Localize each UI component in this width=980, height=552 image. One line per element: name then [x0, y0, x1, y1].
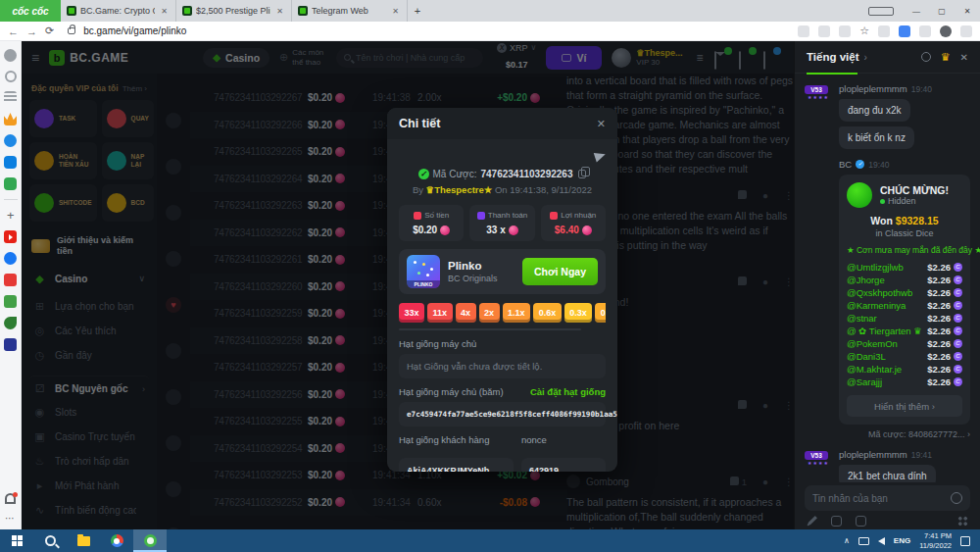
rain-winner-name[interactable]: @PokemOn: [847, 338, 927, 349]
modal-close-icon[interactable]: ✕: [597, 118, 606, 130]
tray-expand-icon[interactable]: ∧: [844, 536, 850, 545]
chat-input[interactable]: [812, 493, 951, 504]
emoji-icon[interactable]: [951, 492, 962, 504]
stat-icon: [550, 212, 558, 220]
chat-time: 19:40: [911, 84, 932, 94]
taskbar-clock[interactable]: 7:41 PM 11/9/2022: [919, 531, 952, 550]
crown-icon[interactable]: [4, 113, 17, 125]
chat-input-wrap[interactable]: [805, 485, 970, 511]
notification-bell-icon[interactable]: [5, 493, 16, 504]
reading-list-icon[interactable]: [4, 91, 17, 104]
navy-app-icon[interactable]: [4, 338, 17, 351]
messenger-icon[interactable]: [4, 134, 17, 147]
adblock-shield-icon[interactable]: [878, 25, 890, 37]
facebook-icon[interactable]: [4, 252, 17, 265]
leaf-app-icon[interactable]: [4, 317, 17, 329]
rain-winner-name[interactable]: @stnar: [847, 313, 927, 324]
copy-icon[interactable]: [578, 170, 586, 178]
nonce-value[interactable]: 642919: [521, 458, 606, 472]
youtube-icon[interactable]: [4, 230, 17, 243]
settings-icon[interactable]: [4, 49, 17, 62]
browser-tab[interactable]: BC.Game: Crypto Casino Gan ✕: [61, 0, 176, 22]
bookmark-star-icon[interactable]: ☆: [859, 25, 869, 36]
rain-winner-row: @Karmeninya $2.26 C: [847, 299, 962, 312]
downloads-icon[interactable]: [960, 25, 972, 37]
close-button[interactable]: ✕: [955, 7, 980, 16]
input-language[interactable]: ENG: [894, 536, 910, 545]
multiplier-chip: 4x: [456, 303, 476, 323]
chat-room-title[interactable]: Tiếng việt: [807, 51, 858, 63]
address-bar[interactable]: bc.game/vi/game/plinko: [83, 25, 186, 36]
rain-winner-name[interactable]: @Jhorge: [847, 275, 927, 285]
chat-username[interactable]: plopleplemmmm: [839, 449, 907, 460]
play-now-button[interactable]: Chơi Ngay: [522, 258, 598, 285]
taskbar-search-icon[interactable]: [33, 529, 67, 552]
tab-close-icon[interactable]: ✕: [390, 7, 401, 16]
save-page-icon[interactable]: [798, 25, 809, 37]
share-icon[interactable]: [839, 25, 851, 37]
pencil-icon[interactable]: [807, 516, 817, 527]
zalo-icon[interactable]: [4, 156, 17, 169]
bet-id-link[interactable]: Mã cược: 8408627772... ›: [839, 429, 970, 439]
back-button[interactable]: ←: [8, 25, 19, 37]
bet-timestamp: On 19:41:38, 9/11/2022: [495, 184, 592, 195]
multiplier-scroll-track[interactable]: [399, 328, 581, 330]
games-icon[interactable]: [4, 177, 17, 190]
minimize-button[interactable]: —: [904, 7, 929, 16]
profile-icon[interactable]: [940, 25, 952, 37]
rain-winner-name[interactable]: @Karmeninya: [847, 300, 927, 311]
forward-button[interactable]: →: [26, 25, 37, 37]
start-button[interactable]: [0, 529, 33, 552]
extension-icon[interactable]: [919, 25, 931, 37]
green-app-icon[interactable]: [4, 295, 17, 308]
maximize-button[interactable]: ▢: [929, 7, 955, 16]
plinko-thumbnail[interactable]: PLINKO: [407, 255, 440, 288]
browser-tab[interactable]: Telegram Web ✕: [292, 0, 408, 22]
add-shortcut-icon[interactable]: +: [4, 209, 17, 222]
coccoc-taskbar-icon[interactable]: [133, 529, 167, 552]
translate-icon[interactable]: [818, 25, 830, 37]
tab-close-icon[interactable]: ✕: [159, 7, 170, 16]
lock-icon[interactable]: [68, 27, 75, 34]
player-name[interactable]: ♛Thespectre★: [426, 184, 493, 195]
rain-winner-name[interactable]: @Dani3L: [847, 351, 927, 362]
stat-icon: [414, 212, 421, 220]
tab-close-icon[interactable]: ✕: [274, 7, 285, 16]
action-center-icon[interactable]: [960, 536, 970, 546]
apps-grid-icon[interactable]: [957, 516, 968, 527]
bcd-coin-icon: C: [954, 339, 962, 348]
volume-icon[interactable]: [878, 537, 885, 545]
downloader-extension-icon[interactable]: [899, 25, 910, 37]
chat-username[interactable]: plopleplemmmm: [839, 83, 907, 94]
chat-rules-icon[interactable]: [921, 52, 931, 62]
reload-button[interactable]: ⟳: [45, 25, 54, 37]
cast-icon[interactable]: [868, 7, 894, 16]
clock-date: 11/9/2022: [919, 541, 952, 550]
new-tab-button[interactable]: +: [408, 0, 427, 22]
seed-settings-link[interactable]: Cài đặt hạt giống: [530, 386, 606, 397]
network-icon[interactable]: [858, 537, 869, 545]
server-seed-value[interactable]: Hạt Giống vẫn chưa được tiết lộ.: [399, 354, 606, 378]
coccoc-menu-button[interactable]: cốc cốc: [0, 0, 61, 22]
show-more-button[interactable]: Hiển thị thêm ›: [847, 395, 962, 417]
attach-icon[interactable]: [831, 516, 842, 527]
browser-tab[interactable]: $2,500 Prestige Plinko Challe ✕: [176, 0, 292, 22]
history-icon[interactable]: [5, 71, 17, 82]
client-seed-value[interactable]: AkiA4XKKP.IMYeNb: [399, 458, 514, 472]
gif-icon[interactable]: [856, 516, 866, 527]
browser-sidebar-strip: + ⋯: [0, 41, 22, 529]
rain-winner-name[interactable]: @Umtlizgjlwb: [847, 262, 927, 273]
more-icon[interactable]: ⋯: [4, 513, 17, 526]
rain-winner-amount: $2.26: [927, 376, 951, 387]
chrome-icon[interactable]: [100, 529, 133, 552]
chat-close-icon[interactable]: ✕: [960, 52, 968, 63]
rain-winner-name[interactable]: @ ✿ Tiergarten ♛: [847, 326, 927, 336]
rain-winner-name[interactable]: @Sarajjj: [847, 376, 927, 387]
trophy-icon[interactable]: ♛: [941, 51, 951, 64]
hashed-seed-value[interactable]: e7c459474fa77ae5ce9e6218f5f8ceff4086f991…: [399, 402, 606, 427]
rain-winner-name[interactable]: @Qxskhpothwb: [847, 287, 927, 298]
red-app-icon[interactable]: [4, 274, 17, 286]
file-explorer-icon[interactable]: [67, 529, 100, 552]
share-bet-icon[interactable]: [594, 150, 608, 163]
rain-winner-name[interactable]: @M.akhtar.je: [847, 364, 927, 375]
